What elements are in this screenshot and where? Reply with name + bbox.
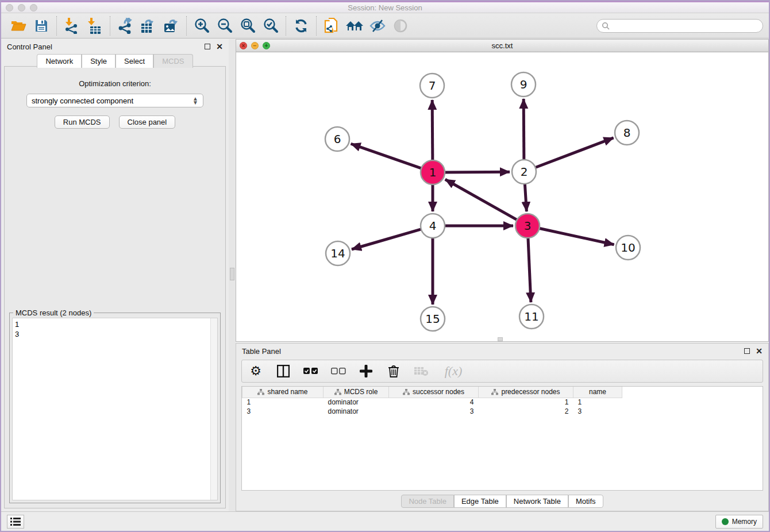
window-title: Session: New Session: [1, 3, 769, 12]
cell-successor-nodes[interactable]: 3: [389, 407, 479, 416]
graph-edge-1-7[interactable]: [432, 100, 433, 161]
tab-style[interactable]: Style: [82, 54, 116, 68]
tab-network[interactable]: Network: [37, 54, 82, 68]
save-disk-icon: [34, 19, 48, 33]
cell-name[interactable]: 3: [573, 407, 622, 416]
graph-edge-1-6[interactable]: [351, 144, 422, 168]
duplicate-network-button[interactable]: [320, 15, 343, 37]
result-scrollbar[interactable]: [210, 318, 217, 500]
control-panel: Control Panel ✕ Network Style Select MCD…: [1, 39, 229, 511]
zoom-out-button[interactable]: [213, 15, 236, 37]
column-header-successor-nodes[interactable]: successor nodes: [389, 387, 479, 398]
import-network-button[interactable]: [60, 15, 83, 37]
delete-table-button[interactable]: [414, 364, 428, 378]
zoom-in-icon: [194, 18, 210, 34]
select-all-button[interactable]: [304, 364, 318, 378]
zoom-selected-button[interactable]: [259, 15, 282, 37]
import-table-button[interactable]: [83, 15, 106, 37]
open-session-button[interactable]: [7, 15, 30, 37]
canvas-resize-handle[interactable]: [498, 337, 503, 341]
graph-edge-3-10[interactable]: [538, 228, 614, 245]
tab-network-table[interactable]: Network Table: [506, 495, 568, 508]
tab-motifs[interactable]: Motifs: [568, 495, 603, 508]
network-canvas[interactable]: 7968124314101511: [236, 52, 768, 341]
graph-edge-3-1[interactable]: [445, 179, 518, 220]
close-panel-icon[interactable]: ✕: [216, 44, 223, 49]
table-row[interactable]: 1 dominator 4 1 1: [242, 398, 622, 407]
close-panel-button[interactable]: Close panel: [119, 115, 176, 129]
task-history-button[interactable]: [7, 515, 24, 529]
column-header-mcds-role[interactable]: MCDS role: [324, 387, 389, 398]
cell-successor-nodes[interactable]: 4: [389, 398, 479, 407]
export-image-icon: [163, 18, 179, 34]
graph-edge-1-2[interactable]: [444, 172, 510, 172]
mcds-result-text[interactable]: 1 3: [12, 318, 218, 500]
float-panel-icon[interactable]: [205, 44, 210, 49]
run-mcds-button[interactable]: Run MCDS: [55, 115, 110, 129]
criterion-value: strongly connected component: [32, 97, 192, 105]
toolbar-separator: [186, 16, 187, 36]
apply-layout-button[interactable]: [290, 15, 313, 37]
close-table-panel-icon[interactable]: ✕: [756, 348, 763, 354]
export-image-button[interactable]: [160, 15, 183, 37]
table-row[interactable]: 3 dominator 3 2 3: [242, 407, 622, 416]
graph-edge-3-11[interactable]: [528, 237, 531, 302]
checked-boxes-icon: [303, 368, 318, 375]
graph-edge-2-8[interactable]: [534, 138, 614, 168]
tab-node-table[interactable]: Node Table: [401, 495, 454, 508]
application-window: { "window": { "title": "Session: New Ses…: [0, 0, 770, 532]
import-network-icon: [64, 18, 79, 34]
criterion-select[interactable]: strongly connected component ▲▼: [26, 94, 203, 107]
delete-column-button[interactable]: [387, 364, 401, 378]
cell-name[interactable]: 1: [573, 398, 622, 407]
table-panel-header: Table Panel ✕: [236, 344, 768, 358]
deselect-all-button[interactable]: [332, 364, 345, 378]
save-session-button[interactable]: [30, 15, 53, 37]
mcds-result-title: MCDS result (2 nodes): [13, 309, 94, 317]
table-toolbar: ⚙: [241, 360, 763, 383]
export-network-button[interactable]: [114, 15, 137, 37]
show-all-button[interactable]: [389, 15, 412, 37]
graph-edge-4-14[interactable]: [352, 229, 422, 249]
cell-shared-name[interactable]: 1: [242, 398, 324, 407]
graph-node-label-14: 14: [330, 246, 345, 260]
network-window-titlebar[interactable]: × − + scc.txt: [236, 40, 768, 52]
zoom-out-icon: [217, 18, 233, 34]
first-neighbors-button[interactable]: [343, 15, 366, 37]
table-settings-button[interactable]: ⚙: [249, 364, 263, 378]
graph-edge-2-9[interactable]: [523, 99, 524, 161]
zoom-in-button[interactable]: [190, 15, 213, 37]
tab-mcds[interactable]: MCDS: [153, 54, 192, 68]
float-table-panel-icon[interactable]: [744, 348, 750, 354]
export-table-button[interactable]: [137, 15, 160, 37]
hierarchy-icon: [403, 389, 410, 395]
search-field[interactable]: [596, 19, 763, 33]
cell-predecessor-nodes[interactable]: 2: [479, 407, 573, 416]
column-header-name[interactable]: name: [573, 387, 622, 398]
search-input[interactable]: [610, 22, 758, 30]
cell-mcds-role[interactable]: dominator: [324, 407, 389, 416]
graph-node-label-3: 3: [524, 219, 532, 233]
tab-edge-table[interactable]: Edge Table: [454, 495, 506, 508]
add-column-button[interactable]: [359, 364, 373, 378]
column-header-shared-name[interactable]: shared name: [242, 387, 324, 398]
network-graph[interactable]: 7968124314101511: [236, 52, 769, 341]
control-panel-tabs: Network Style Select MCDS: [1, 54, 229, 68]
memory-button[interactable]: Memory: [715, 515, 763, 529]
cell-mcds-role[interactable]: dominator: [324, 398, 389, 407]
select-stepper-icon: ▲▼: [192, 97, 198, 105]
hide-selected-button[interactable]: [366, 15, 389, 37]
function-builder-button[interactable]: f(x): [442, 364, 465, 378]
graph-node-label-1: 1: [429, 165, 437, 179]
refresh-layout-icon: [294, 18, 309, 33]
cell-shared-name[interactable]: 3: [242, 407, 324, 416]
toolbar-separator: [316, 16, 317, 36]
splitter-handle[interactable]: [230, 268, 234, 280]
graph-edge-2-3[interactable]: [525, 183, 526, 211]
tab-select[interactable]: Select: [116, 54, 153, 68]
vertical-splitter[interactable]: [229, 39, 236, 511]
column-header-predecessor-nodes[interactable]: predecessor nodes: [479, 387, 573, 398]
cell-predecessor-nodes[interactable]: 1: [479, 398, 573, 407]
column-visibility-button[interactable]: [276, 364, 290, 378]
zoom-fit-button[interactable]: [236, 15, 259, 37]
